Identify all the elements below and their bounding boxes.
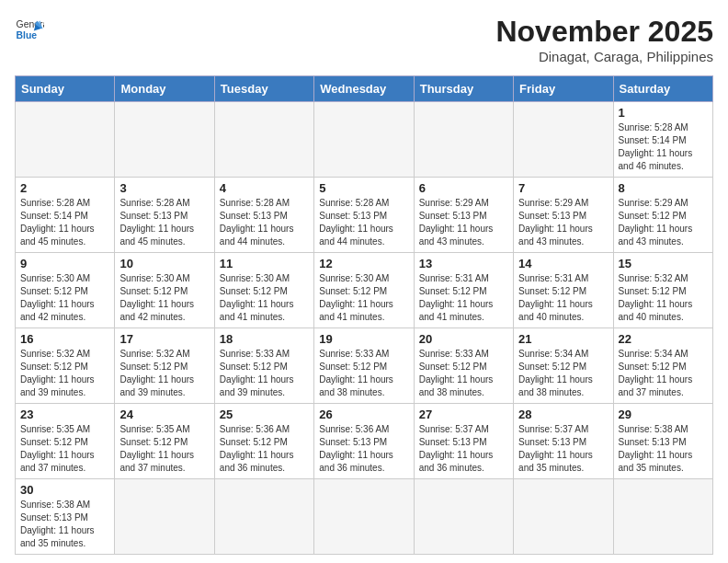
calendar-cell: 8Sunrise: 5:29 AM Sunset: 5:12 PM Daylig…	[613, 178, 712, 253]
day-number: 15	[619, 257, 708, 270]
day-info: Sunrise: 5:34 AM Sunset: 5:12 PM Dayligh…	[518, 348, 608, 399]
calendar-cell: 6Sunrise: 5:29 AM Sunset: 5:13 PM Daylig…	[414, 178, 513, 253]
day-number: 18	[220, 332, 309, 346]
location-title: Dinagat, Caraga, Philippines	[495, 49, 713, 64]
weekday-header-tuesday: Tuesday	[214, 76, 313, 102]
calendar-cell: 3Sunrise: 5:28 AM Sunset: 5:13 PM Daylig…	[115, 178, 214, 253]
day-info: Sunrise: 5:36 AM Sunset: 5:12 PM Dayligh…	[220, 423, 309, 475]
calendar-cell: 14Sunrise: 5:31 AM Sunset: 5:12 PM Dayli…	[514, 253, 613, 328]
calendar-cell: 2Sunrise: 5:28 AM Sunset: 5:14 PM Daylig…	[16, 178, 115, 253]
calendar-cell: 21Sunrise: 5:34 AM Sunset: 5:12 PM Dayli…	[514, 328, 613, 404]
day-info: Sunrise: 5:28 AM Sunset: 5:13 PM Dayligh…	[119, 197, 209, 248]
weekday-header-monday: Monday	[115, 76, 214, 102]
day-info: Sunrise: 5:32 AM Sunset: 5:12 PM Dayligh…	[119, 348, 209, 399]
day-number: 19	[319, 332, 408, 346]
weekday-header-thursday: Thursday	[414, 76, 513, 102]
day-info: Sunrise: 5:30 AM Sunset: 5:12 PM Dayligh…	[20, 272, 109, 324]
weekday-header-wednesday: Wednesday	[314, 76, 414, 102]
day-number: 8	[619, 181, 708, 195]
calendar-cell	[314, 479, 414, 555]
calendar-cell: 22Sunrise: 5:34 AM Sunset: 5:12 PM Dayli…	[613, 328, 712, 404]
day-number: 1	[619, 106, 708, 120]
weekday-header-friday: Friday	[514, 76, 613, 102]
title-area: November 2025 Dinagat, Caraga, Philippin…	[495, 15, 713, 64]
calendar-cell	[414, 102, 513, 178]
day-info: Sunrise: 5:28 AM Sunset: 5:13 PM Dayligh…	[220, 197, 309, 248]
calendar-cell: 18Sunrise: 5:33 AM Sunset: 5:12 PM Dayli…	[214, 328, 313, 404]
calendar-cell	[514, 102, 613, 178]
day-info: Sunrise: 5:31 AM Sunset: 5:12 PM Dayligh…	[419, 272, 508, 324]
week-row-5: 23Sunrise: 5:35 AM Sunset: 5:12 PM Dayli…	[16, 404, 713, 479]
day-number: 13	[419, 257, 508, 270]
day-info: Sunrise: 5:38 AM Sunset: 5:13 PM Dayligh…	[619, 423, 708, 475]
calendar-cell: 5Sunrise: 5:28 AM Sunset: 5:13 PM Daylig…	[314, 178, 414, 253]
day-info: Sunrise: 5:33 AM Sunset: 5:12 PM Dayligh…	[319, 348, 408, 399]
day-info: Sunrise: 5:35 AM Sunset: 5:12 PM Dayligh…	[20, 423, 109, 475]
day-number: 3	[119, 181, 209, 195]
weekday-header-sunday: Sunday	[16, 76, 115, 102]
day-number: 14	[518, 257, 608, 270]
calendar-cell: 15Sunrise: 5:32 AM Sunset: 5:12 PM Dayli…	[613, 253, 712, 328]
day-number: 22	[619, 332, 708, 346]
day-number: 25	[220, 408, 309, 421]
day-info: Sunrise: 5:35 AM Sunset: 5:12 PM Dayligh…	[119, 423, 209, 475]
day-info: Sunrise: 5:28 AM Sunset: 5:13 PM Dayligh…	[319, 197, 408, 248]
calendar-cell: 28Sunrise: 5:37 AM Sunset: 5:13 PM Dayli…	[514, 404, 613, 479]
day-number: 4	[220, 181, 309, 195]
day-info: Sunrise: 5:34 AM Sunset: 5:12 PM Dayligh…	[619, 348, 708, 399]
calendar-cell: 19Sunrise: 5:33 AM Sunset: 5:12 PM Dayli…	[314, 328, 414, 404]
day-number: 11	[220, 257, 309, 270]
day-info: Sunrise: 5:29 AM Sunset: 5:13 PM Dayligh…	[518, 197, 608, 248]
day-number: 5	[319, 181, 408, 195]
day-info: Sunrise: 5:31 AM Sunset: 5:12 PM Dayligh…	[518, 272, 608, 324]
calendar-cell: 30Sunrise: 5:38 AM Sunset: 5:13 PM Dayli…	[16, 479, 115, 555]
calendar-cell: 24Sunrise: 5:35 AM Sunset: 5:12 PM Dayli…	[115, 404, 214, 479]
header: General Blue November 2025 Dinagat, Cara…	[15, 15, 713, 64]
calendar-cell: 10Sunrise: 5:30 AM Sunset: 5:12 PM Dayli…	[115, 253, 214, 328]
calendar-cell	[613, 479, 712, 555]
day-number: 12	[319, 257, 408, 270]
day-number: 30	[20, 483, 109, 497]
calendar-cell	[16, 102, 115, 178]
day-info: Sunrise: 5:37 AM Sunset: 5:13 PM Dayligh…	[518, 423, 608, 475]
calendar-cell: 4Sunrise: 5:28 AM Sunset: 5:13 PM Daylig…	[214, 178, 313, 253]
calendar-cell: 20Sunrise: 5:33 AM Sunset: 5:12 PM Dayli…	[414, 328, 513, 404]
calendar-cell: 12Sunrise: 5:30 AM Sunset: 5:12 PM Dayli…	[314, 253, 414, 328]
calendar-cell: 25Sunrise: 5:36 AM Sunset: 5:12 PM Dayli…	[214, 404, 313, 479]
calendar-cell	[214, 479, 313, 555]
day-number: 23	[20, 408, 109, 421]
day-number: 24	[119, 408, 209, 421]
day-info: Sunrise: 5:30 AM Sunset: 5:12 PM Dayligh…	[119, 272, 209, 324]
calendar-cell	[115, 479, 214, 555]
week-row-3: 9Sunrise: 5:30 AM Sunset: 5:12 PM Daylig…	[16, 253, 713, 328]
week-row-6: 30Sunrise: 5:38 AM Sunset: 5:13 PM Dayli…	[16, 479, 713, 555]
day-info: Sunrise: 5:30 AM Sunset: 5:12 PM Dayligh…	[220, 272, 309, 324]
month-title: November 2025	[495, 15, 713, 49]
week-row-2: 2Sunrise: 5:28 AM Sunset: 5:14 PM Daylig…	[16, 178, 713, 253]
day-number: 27	[419, 408, 508, 421]
calendar-cell: 11Sunrise: 5:30 AM Sunset: 5:12 PM Dayli…	[214, 253, 313, 328]
calendar-cell: 26Sunrise: 5:36 AM Sunset: 5:13 PM Dayli…	[314, 404, 414, 479]
calendar-cell: 27Sunrise: 5:37 AM Sunset: 5:13 PM Dayli…	[414, 404, 513, 479]
calendar-cell	[514, 479, 613, 555]
day-info: Sunrise: 5:33 AM Sunset: 5:12 PM Dayligh…	[419, 348, 508, 399]
calendar-cell	[115, 102, 214, 178]
calendar-cell	[414, 479, 513, 555]
calendar-cell: 1Sunrise: 5:28 AM Sunset: 5:14 PM Daylig…	[613, 102, 712, 178]
calendar-cell: 23Sunrise: 5:35 AM Sunset: 5:12 PM Dayli…	[16, 404, 115, 479]
weekday-header-saturday: Saturday	[613, 76, 712, 102]
day-number: 16	[20, 332, 109, 346]
day-info: Sunrise: 5:28 AM Sunset: 5:14 PM Dayligh…	[20, 197, 109, 248]
weekday-header-row: SundayMondayTuesdayWednesdayThursdayFrid…	[16, 76, 713, 102]
day-number: 29	[619, 408, 708, 421]
day-info: Sunrise: 5:28 AM Sunset: 5:14 PM Dayligh…	[619, 121, 708, 173]
logo: General Blue	[15, 15, 44, 44]
calendar-cell	[214, 102, 313, 178]
calendar-table: SundayMondayTuesdayWednesdayThursdayFrid…	[15, 75, 713, 555]
day-info: Sunrise: 5:29 AM Sunset: 5:13 PM Dayligh…	[419, 197, 508, 248]
day-number: 20	[419, 332, 508, 346]
calendar-cell	[314, 102, 414, 178]
calendar-cell: 17Sunrise: 5:32 AM Sunset: 5:12 PM Dayli…	[115, 328, 214, 404]
week-row-1: 1Sunrise: 5:28 AM Sunset: 5:14 PM Daylig…	[16, 102, 713, 178]
calendar-cell: 9Sunrise: 5:30 AM Sunset: 5:12 PM Daylig…	[16, 253, 115, 328]
